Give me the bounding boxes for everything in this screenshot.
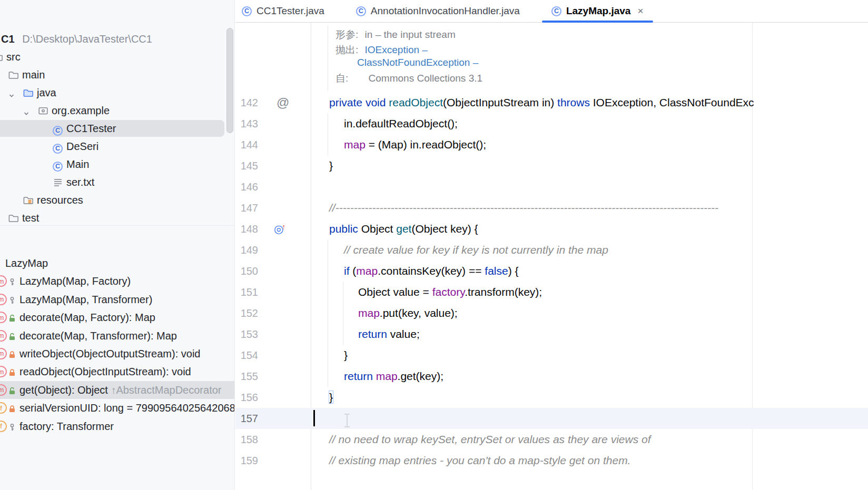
structure-item-label: decorate(Map, Transformer): Map [19,327,177,345]
code-text[interactable]: private void readObject(ObjectInputStrea… [329,92,754,113]
public-lock-open-icon [8,387,16,395]
structure-item-label: readObject(ObjectInputStream): void [19,363,191,381]
tree-item-label: Main [66,155,89,173]
code-text[interactable]: // existing map entries - you can't do a… [329,450,630,471]
tree-item-label: src [6,48,21,66]
class-icon: C [53,162,63,172]
code-line-151: 151Object value = factory.transform(key)… [235,282,868,303]
tree-item-src[interactable]: src [0,48,234,66]
package-icon [38,105,48,116]
code-text[interactable]: // no need to wrap keySet, entrySet or v… [329,429,651,450]
code-text[interactable]: in.defaultReadObject(); [344,113,458,134]
folder-icon [23,87,34,98]
tree-item-main[interactable]: main [0,66,234,84]
structure-item-readobject[interactable]: m readObject(ObjectInputStream): void [0,363,234,381]
project-root-row[interactable]: C1 D:\Desktop\JavaTester\CC1 [0,30,234,48]
code-text[interactable]: public Object get(Object key) { [329,218,478,239]
tab-annotationinvocationhandler-java[interactable]: CAnnotationInvocationHandler.java [340,0,536,22]
structure-item-serialversionuid[interactable]: f serialVersionUID: long = 7990956402564… [0,399,234,417]
editor-tabbar: CCC1Tester.javaCAnnotationInvocationHand… [235,0,868,23]
structure-item-label: LazyMap [5,254,48,272]
project-root-name: C1 [1,33,15,45]
method-icon: m [0,384,7,396]
structure-item-label: LazyMap(Map, Transformer) [19,291,152,308]
doc-link-classnotfound[interactable]: ClassNotFoundException – [357,57,478,68]
code-text[interactable]: return map.get(key); [344,366,443,387]
code-line-155: 155return map.get(key); [235,366,868,387]
code-text[interactable]: } [329,387,333,408]
tree-item-ser-txt[interactable]: ser.txt [0,173,234,191]
code-line-158: 158// no need to wrap keySet, entrySet o… [235,429,868,450]
structure-item-lazymap[interactable]: LazyMap [0,254,234,272]
doc-from-label: 自: [336,73,348,84]
tree-item-deseri[interactable]: CDeSeri [0,137,234,155]
structure-item-decorate[interactable]: m decorate(Map, Factory): Map [0,308,234,326]
line-number: 152 [235,303,258,324]
code-text[interactable]: // create value for key if key is not cu… [344,239,608,261]
structure-item-label: decorate(Map, Factory): Map [19,308,155,326]
code-line-159: 159// existing map entries - you can't d… [235,450,868,471]
tree-item-main[interactable]: CMain [0,155,234,173]
tree-item-resources[interactable]: resources [0,191,234,209]
doc-from-value: Commons Collections 3.1 [369,73,482,84]
left-toolwindow: C1 D:\Desktop\JavaTester\CC1 src main ja… [0,0,235,490]
code-text[interactable]: map.put(key, value); [358,303,458,324]
tree-item-label: DeSeri [66,137,98,155]
structure-item-decorate[interactable]: m decorate(Map, Transformer): Map [0,327,234,345]
structure-item-get[interactable]: m get(Object): Object ↑AbstractMapDecora… [0,381,234,399]
indent-guide [328,25,328,91]
chevron-down-icon [23,111,29,117]
tree-item-cc1tester[interactable]: CCC1Tester [0,119,234,137]
structure-item-lazymap[interactable]: m LazyMap(Map, Transformer) [0,291,234,308]
tree-item-test[interactable]: test [0,209,234,226]
code-text[interactable]: return value; [358,324,420,345]
line-number: 145 [235,155,258,176]
line-number: 143 [235,113,258,134]
code-line-157: 157 [235,408,868,429]
method-icon: m [0,330,7,342]
line-number: 158 [235,429,258,450]
code-text[interactable]: //--------------------------------------… [329,197,718,218]
method-icon: m [0,294,7,305]
line-number: 150 [235,261,258,282]
private-lock-icon [8,351,16,359]
method-icon: m [0,275,7,287]
tab-cc1tester-java[interactable]: CCC1Tester.java [235,0,340,22]
protected-key-icon [8,423,16,432]
line-number: 159 [235,450,258,471]
project-scrollbar-thumb[interactable] [226,28,233,133]
tree-item-label: main [22,66,45,84]
tab-close-icon[interactable]: × [637,5,643,17]
structure-item-factory[interactable]: f factory: Transformer [0,417,234,435]
doc-param-row: 形参: in – the input stream [336,27,456,42]
structure-item-lazymap[interactable]: m LazyMap(Map, Factory) [0,272,234,290]
code-line-150: 150if (map.containsKey(key) == false) { [235,261,868,282]
code-line-149: 149// create value for key if key is not… [235,239,868,261]
code-line-147: 147//-----------------------------------… [235,197,868,218]
tab-lazymap-java[interactable]: CLazyMap.java× [536,0,659,22]
tree-item-org-example[interactable]: org.example [0,102,234,119]
code-line-148: 148◎↑public Object get(Object key) { [235,218,868,239]
line-number: 155 [235,366,258,387]
editor-area: CCC1Tester.javaCAnnotationInvocationHand… [235,0,868,490]
structure-item-label: writeObject(ObjectOutputStream): void [19,345,200,363]
rendered-doc-toggle-icon[interactable]: @ [277,92,289,113]
doc-throws-label: 抛出: [336,44,358,55]
overrides-method-icon[interactable]: ◎↑ [274,218,283,239]
structure-item-writeobject[interactable]: m writeObject(ObjectOutputStream): void [0,345,234,363]
protected-key-icon [8,296,16,305]
line-number: 153 [235,324,258,345]
chevron-down-icon [8,93,15,99]
class-icon: C [53,144,63,154]
tab-label: AnnotationInvocationHandler.java [371,5,520,17]
code-text[interactable]: } [344,345,348,366]
field-icon: f [0,421,7,432]
doc-link-ioexception[interactable]: IOException – [365,44,428,55]
class-icon: C [242,6,252,16]
code-text[interactable]: Object value = factory.transform(key); [358,282,542,303]
code-text[interactable]: if (map.containsKey(key) == false) { [344,261,519,282]
code-line-152: 152map.put(key, value); [235,303,868,324]
code-text[interactable]: map = (Map) in.readObject(); [344,134,486,155]
code-text[interactable]: } [329,155,333,176]
tree-item-java[interactable]: java [0,84,234,102]
